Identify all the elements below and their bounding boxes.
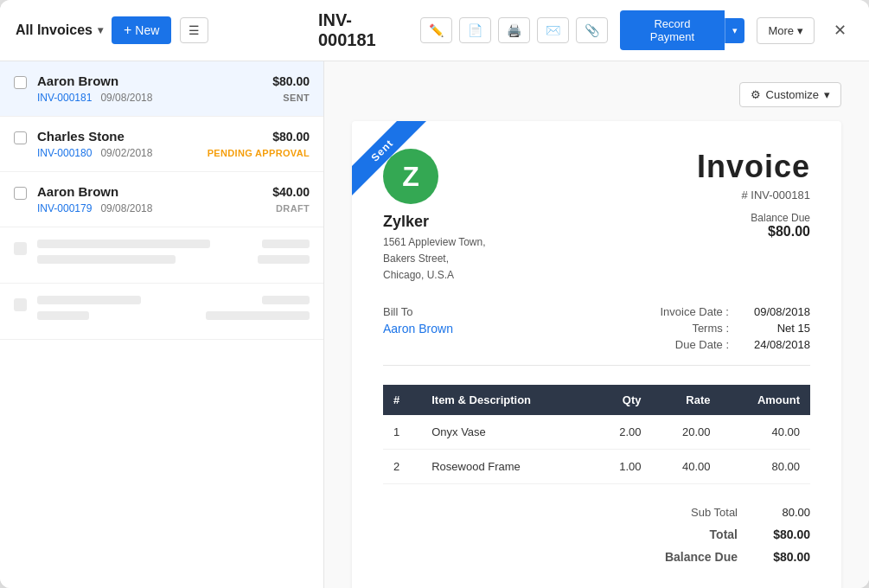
inv-num-1: INV-000181	[37, 92, 92, 104]
skeleton-item-5	[0, 284, 323, 340]
invoice-item-1[interactable]: Aaron Brown $80.00 INV-000181 09/08/2018…	[0, 61, 323, 117]
pdf-icon: 📄	[468, 23, 482, 37]
item-meta-2: INV-000180 09/02/2018	[37, 147, 152, 159]
invoice-item-2[interactable]: Charles Stone $80.00 INV-000180 09/02/20…	[0, 117, 323, 172]
company-addr-line2: Bakers Street,	[383, 252, 449, 265]
skeleton-body-4	[37, 240, 310, 271]
more-chevron-icon: ▾	[797, 24, 803, 37]
skeleton-meta-4	[37, 255, 176, 264]
balance-due-summary-label: Balance Due	[568, 550, 738, 564]
terms-label: Terms :	[692, 322, 729, 335]
print-button[interactable]: 🖨️	[498, 17, 530, 43]
customize-chevron-icon: ▾	[824, 88, 830, 101]
item-body-2: Charles Stone $80.00 INV-000180 09/02/20…	[37, 129, 310, 159]
totals-table: Sub Total 80.00 Total $80.00 Balance Due…	[568, 502, 810, 568]
header-center: INV-000181 ✏️ 📄 🖨️ ✉️ 📎	[318, 10, 853, 50]
item-status-3: DRAFT	[276, 203, 310, 214]
row1-qty: 2.00	[591, 415, 652, 450]
item-meta-3: INV-000179 09/08/2018	[37, 202, 152, 214]
header-icons: ✏️ 📄 🖨️ ✉️ 📎	[420, 17, 608, 43]
customize-button[interactable]: ⚙ Customize ▾	[739, 82, 841, 107]
invoice-id-title: INV-000181	[318, 10, 408, 50]
row2-qty: 1.00	[591, 449, 652, 483]
customize-label: Customize	[766, 88, 819, 101]
subtotal-value: 80.00	[758, 506, 810, 519]
main-content: Aaron Brown $80.00 INV-000181 09/08/2018…	[0, 61, 869, 588]
pdf-button[interactable]: 📄	[459, 17, 491, 43]
row1-num: 1	[383, 415, 421, 450]
item-name-1: Aaron Brown	[37, 74, 118, 88]
balance-due-label: Balance Due	[697, 212, 810, 224]
inv-date-1: 09/08/2018	[100, 92, 152, 104]
bill-to-label: Bill To	[383, 305, 453, 318]
item-amount-2: $80.00	[272, 130, 310, 144]
item-name-2: Charles Stone	[37, 129, 125, 144]
checkbox-1[interactable]	[14, 76, 27, 89]
items-table: # Item & Description Qty Rate Amount 1 O…	[383, 385, 810, 484]
item-meta-1: INV-000181 09/08/2018	[37, 92, 152, 104]
col-qty: Qty	[591, 385, 652, 415]
item-row1-1: Aaron Brown $80.00	[37, 74, 310, 88]
table-header-row: # Item & Description Qty Rate Amount	[383, 385, 810, 415]
attach-button[interactable]: 📎	[576, 17, 608, 43]
skeleton-status-5	[206, 311, 310, 320]
skeleton-amount-4	[262, 240, 310, 248]
subtotal-label: Sub Total	[568, 506, 738, 519]
edit-icon: ✏️	[429, 23, 444, 37]
item-row1-2: Charles Stone $80.00	[37, 129, 310, 144]
item-body-3: Aaron Brown $40.00 INV-000179 09/08/2018…	[37, 184, 310, 214]
row2-desc: Rosewood Frame	[421, 449, 591, 483]
skeleton-body-5	[37, 296, 310, 327]
item-row1-3: Aaron Brown $40.00	[37, 184, 310, 199]
dropdown-arrow-icon: ▾	[732, 25, 738, 35]
total-label: Total	[568, 527, 738, 541]
more-button[interactable]: More ▾	[757, 17, 815, 44]
record-payment-dropdown-button[interactable]: ▾	[725, 18, 744, 43]
skeleton-amount-5	[262, 296, 310, 304]
hamburger-button[interactable]: ☰	[180, 17, 208, 43]
record-payment-button[interactable]: Record Payment	[620, 10, 725, 50]
bill-to-name[interactable]: Aaron Brown	[383, 322, 453, 336]
balance-due-summary-value: $80.00	[758, 550, 810, 564]
invoice-number: # INV-000181	[697, 189, 810, 201]
item-name-3: Aaron Brown	[37, 184, 118, 199]
skeleton-row1-4	[37, 240, 310, 248]
table-row-2: 2 Rosewood Frame 1.00 40.00 80.00	[383, 449, 810, 483]
more-label: More	[768, 24, 794, 37]
sent-ribbon: Sent	[352, 121, 447, 216]
total-row: Total $80.00	[568, 523, 810, 546]
invoice-big-title: Invoice	[697, 149, 810, 185]
attach-icon: 📎	[585, 23, 599, 37]
close-button[interactable]: ✕	[827, 17, 853, 43]
item-status-2: PENDING APPROVAL	[208, 148, 310, 158]
gear-icon: ⚙	[751, 88, 761, 101]
edit-button[interactable]: ✏️	[420, 17, 452, 43]
skeleton-row2-4	[37, 255, 310, 264]
chevron-down-icon: ▾	[98, 24, 103, 36]
item-row2-1: INV-000181 09/08/2018 SENT	[37, 92, 310, 104]
row1-rate: 20.00	[652, 415, 721, 450]
sent-ribbon-text: Sent	[352, 121, 429, 197]
record-payment-group: Record Payment ▾	[620, 10, 745, 50]
invoice-panel: ⚙ Customize ▾ Sent Z Zylker	[324, 61, 869, 588]
bill-to-block: Bill To Aaron Brown	[383, 305, 453, 355]
invoice-item-3[interactable]: Aaron Brown $40.00 INV-000179 09/08/2018…	[0, 172, 323, 227]
table-row-1: 1 Onyx Vase 2.00 20.00 40.00	[383, 415, 810, 450]
header: All Invoices ▾ + New ☰ INV-000181 ✏️ 📄	[0, 0, 869, 61]
email-button[interactable]: ✉️	[537, 17, 569, 43]
company-addr-line3: Chicago, U.S.A	[383, 269, 454, 281]
invoice-date-row: Invoice Date : 09/08/2018	[661, 305, 811, 318]
col-amount: Amount	[721, 385, 810, 415]
checkbox-2[interactable]	[14, 131, 27, 144]
row2-amount: 80.00	[721, 449, 810, 483]
invoice-meta-row: Bill To Aaron Brown Invoice Date : 09/08…	[383, 305, 810, 366]
invoice-dates: Invoice Date : 09/08/2018 Terms : Net 15…	[661, 305, 811, 355]
due-date-label: Due Date :	[675, 338, 729, 351]
total-value: $80.00	[758, 527, 810, 541]
inv-num-2: INV-000180	[37, 147, 92, 159]
checkbox-3[interactable]	[14, 187, 27, 200]
col-num: #	[383, 385, 421, 415]
balance-due-amount: $80.00	[697, 224, 810, 240]
all-invoices-button[interactable]: All Invoices ▾	[16, 22, 103, 38]
new-button[interactable]: + New	[112, 16, 171, 44]
